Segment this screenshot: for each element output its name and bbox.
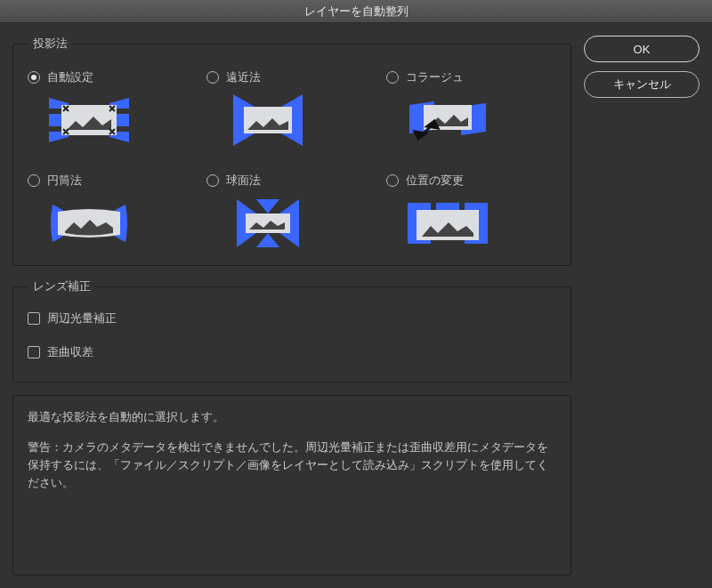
option-cylindrical[interactable]: 円筒法 xyxy=(28,173,198,249)
checkbox-label: 歪曲収差 xyxy=(47,344,93,360)
option-auto[interactable]: 自動設定 xyxy=(28,69,198,146)
option-spherical[interactable]: 球面法 xyxy=(206,173,376,249)
radio-icon xyxy=(28,174,40,187)
reposition-thumb-icon xyxy=(408,197,488,249)
checkbox-label: 周辺光量補正 xyxy=(47,310,117,326)
cancel-button[interactable]: キャンセル xyxy=(584,71,700,98)
checkbox-icon xyxy=(28,346,40,358)
radio-icon xyxy=(206,71,219,84)
lens-legend: レンズ補正 xyxy=(28,278,96,294)
dialog-body: 投影法 自動設定 xyxy=(0,23,712,588)
vignette-checkbox[interactable]: 周辺光量補正 xyxy=(28,310,556,326)
option-reposition[interactable]: 位置の変更 xyxy=(386,173,556,249)
option-label: コラージュ xyxy=(406,69,464,85)
projection-legend: 投影法 xyxy=(28,36,73,52)
projection-group: 投影法 自動設定 xyxy=(12,36,571,266)
perspective-thumb-icon xyxy=(228,94,308,146)
spherical-thumb-icon xyxy=(228,197,308,249)
radio-icon xyxy=(206,174,219,187)
radio-icon xyxy=(386,174,399,187)
left-column: 投影法 自動設定 xyxy=(12,36,571,576)
auto-thumb-icon xyxy=(49,94,129,146)
projection-options: 自動設定 xyxy=(28,69,556,249)
svg-rect-4 xyxy=(61,105,117,135)
lens-options: 周辺光量補正 歪曲収差 xyxy=(28,310,556,360)
window-title: レイヤーを自動整列 xyxy=(304,4,409,18)
ok-button[interactable]: OK xyxy=(584,36,700,62)
radio-icon xyxy=(28,71,40,84)
radio-icon xyxy=(386,71,399,84)
cylindrical-thumb-icon xyxy=(49,197,129,249)
titlebar: レイヤーを自動整列 xyxy=(0,0,712,23)
option-label: 自動設定 xyxy=(47,69,93,85)
option-collage[interactable]: コラージュ xyxy=(386,69,556,146)
checkbox-icon xyxy=(28,312,40,325)
option-label: 遠近法 xyxy=(226,69,261,85)
option-perspective[interactable]: 遠近法 xyxy=(206,69,376,146)
option-label: 球面法 xyxy=(226,173,261,189)
svg-marker-16 xyxy=(256,199,279,213)
info-box: 最適な投影法を自動的に選択します。 警告：カメラのメタデータを検出できませんでし… xyxy=(12,395,571,576)
distortion-checkbox[interactable]: 歪曲収差 xyxy=(28,344,556,360)
right-column: OK キャンセル xyxy=(584,36,700,576)
button-label: OK xyxy=(634,43,651,56)
info-line1: 最適な投影法を自動的に選択します。 xyxy=(28,408,556,426)
svg-marker-13 xyxy=(415,132,425,139)
collage-thumb-icon xyxy=(408,94,488,146)
lens-group: レンズ補正 周辺光量補正 歪曲収差 xyxy=(12,278,571,383)
info-line2: 警告：カメラのメタデータを検出できませんでした。周辺光量補正または歪曲収差用にメ… xyxy=(28,439,556,492)
option-label: 円筒法 xyxy=(47,173,82,189)
option-label: 位置の変更 xyxy=(406,173,464,189)
button-label: キャンセル xyxy=(613,77,671,93)
svg-marker-17 xyxy=(256,233,279,247)
